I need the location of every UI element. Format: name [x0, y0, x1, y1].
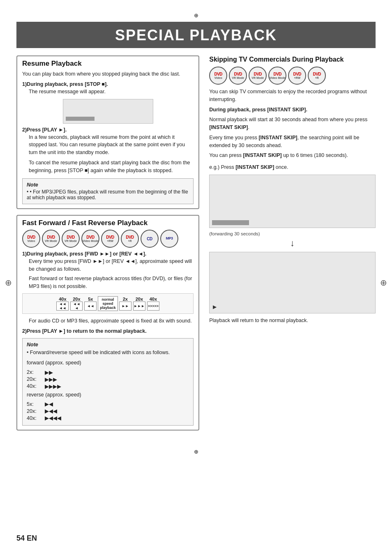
resume-step2-desc2: To cancel the resume playback and start … [29, 159, 194, 175]
resume-step2-desc1: In a few seconds, playback will resume f… [29, 134, 194, 157]
disc-dvd-vrmode1: DVDVR Mode [42, 230, 60, 248]
page-footer: 54 EN [16, 534, 37, 543]
skip-eg-text: e.g.) Press [INSTANT SKIP] once. [209, 164, 376, 171]
skip-final-text: Playback will return to the normal playb… [209, 317, 376, 325]
skip-screen-after: ▶ [209, 252, 376, 313]
speed-5x-rev: 5x ◄◄ [84, 297, 97, 311]
ff-step2-label: 2)Press [PLAY ►] to return to the normal… [22, 328, 194, 334]
speed-diagram: 40x ◄◄◄◄ 20x ◄◄◄ 5x ◄◄ normalspeedplayba… [22, 293, 194, 314]
fast-forward-disc-icons: DVDVideo DVDVR Mode DVDVR Mode DVDVideo … [22, 230, 194, 248]
ff-rev-20x: 20x:▶◀◀ [27, 408, 189, 414]
disc-cd: CD [141, 230, 159, 248]
ff-rev-5x: 5x:▶◀ [27, 401, 189, 407]
page-title: SPECIAL PLAYBACK [16, 22, 376, 48]
reg-mark-top: ⊕ [16, 12, 376, 18]
resume-playback-section: Resume Playback You can play back from w… [16, 55, 199, 209]
disc-dvd-plusr: DVD+R [121, 230, 139, 248]
skip-step1-desc2: Every time you press [INSTANT SKIP], the… [209, 134, 376, 150]
speed-20x-rev: 20x ◄◄◄ [70, 297, 83, 311]
ff-rev-40x: 40x:▶◀◀◀ [27, 415, 189, 421]
disc-dvd-plusrw: DVD+RW [101, 230, 119, 248]
skip-step1-desc3: You can press [INSTANT SKIP] up to 6 tim… [209, 152, 376, 159]
resume-note-list: • For MP3/JPEG files, playback will resu… [27, 189, 189, 200]
skip-play-icon: ▶ [213, 304, 217, 310]
skip-disc-dvd-vrmode2: DVDVR Mode [249, 67, 267, 85]
resume-note-box: Note • For MP3/JPEG files, playback will… [22, 178, 194, 204]
speed-2x-fwd: 2x ►► [119, 297, 132, 311]
skip-screen-bar-before [212, 220, 249, 225]
skipping-disc-icons: DVDVideo DVDVR Mode DVDVR Mode DVDVideo … [209, 67, 376, 85]
skip-disc-dvd-plusrw: DVD+RW [288, 67, 306, 85]
ff-note-box: Note • Forward/reverse speed will be ind… [22, 338, 194, 426]
left-column: Resume Playback You can play back from w… [16, 55, 199, 436]
disc-dvd-video: DVDVideo [22, 230, 40, 248]
resume-step2-label: 2)Press [PLAY ►]. [22, 127, 194, 133]
skip-disc-dvd-video: DVDVideo [209, 67, 227, 85]
skip-step1-label: During playback, press [INSTANT SKIP]. [209, 106, 376, 114]
speed-20x-fwd: 20x ►►► [133, 297, 146, 311]
fast-forward-section: Fast Forward / Fast Reverse Playback DVD… [16, 215, 199, 431]
resume-note-item: • For MP3/JPEG files, playback will resu… [27, 189, 189, 200]
reg-mark-right: ⊕ [380, 278, 387, 288]
resume-note-title: Note [27, 182, 189, 188]
skipping-tv-title: Skipping TV Commercials During Playback [209, 55, 376, 63]
resume-step1-label: 1)During playback, press [STOP ■]. [22, 81, 194, 87]
reg-mark-bottom: ⊕ [16, 449, 376, 455]
ff-step1-label: 1)During playback, press [FWD ►►] or [RE… [22, 251, 194, 257]
ff-step1-desc1: Every time you press [FWD ►►] or [REV ◄◄… [29, 258, 194, 273]
fast-forward-title: Fast Forward / Fast Reverse Playback [22, 219, 194, 227]
skip-disc-dvd-videomode: DVDVideo Mode [268, 67, 286, 85]
reg-mark-left: ⊕ [5, 278, 12, 288]
skip-disc-dvd-plusr: DVD+R [308, 67, 326, 85]
ff-note-intro: • Forward/reverse speed will be indicate… [27, 349, 189, 357]
skip-caption1: (forwarding 30 seconds) [209, 231, 376, 236]
ff-audio-note: For audio CD or MP3 files, approximate s… [29, 317, 194, 325]
resume-step1-desc: The resume message will appear. [29, 88, 194, 96]
speed-normal: normalspeedplayback [98, 296, 118, 311]
ff-note-forward-label: forward (approx. speed) [27, 359, 189, 367]
disc-dvd-videomode: DVDVideo Mode [81, 230, 99, 248]
disc-dvd-vrmode2: DVDVR Mode [62, 230, 80, 248]
speed-40x-fwd: 40x >>>>> [147, 297, 160, 311]
ff-fwd-20x: 20x:▶▶▶ [27, 376, 189, 382]
resume-playback-title: Resume Playback [22, 60, 194, 68]
skip-screen-before [209, 175, 376, 228]
page: ⊕ SPECIAL PLAYBACK Resume Playback You c… [0, 0, 392, 555]
skip-step1-desc1: Normal playback will start at 30 seconds… [209, 116, 376, 131]
ff-fwd-40x: 40x:▶▶▶▶ [27, 383, 189, 389]
ff-note-title: Note [27, 342, 189, 348]
skip-disc-dvd-vrmode1: DVDVR Mode [229, 67, 247, 85]
disc-mp3: MP3 [160, 230, 178, 248]
resume-screen-bar [66, 117, 95, 121]
skip-intro: You can skip TV commercials to enjoy the… [209, 88, 376, 104]
ff-step1-desc2: Fast forward or fast reverse playback ac… [29, 275, 194, 290]
ff-fwd-2x: 2x:▶▶ [27, 369, 189, 375]
speed-40x-rev: 40x ◄◄◄◄ [56, 297, 69, 311]
resume-intro: You can play back from where you stopped… [22, 70, 194, 78]
skip-arrow-down: ↓ [209, 238, 376, 249]
ff-note-reverse-label: reverse (approx. speed) [27, 391, 189, 399]
right-column: Skipping TV Commercials During Playback … [209, 55, 376, 436]
resume-screen-display [63, 99, 153, 124]
